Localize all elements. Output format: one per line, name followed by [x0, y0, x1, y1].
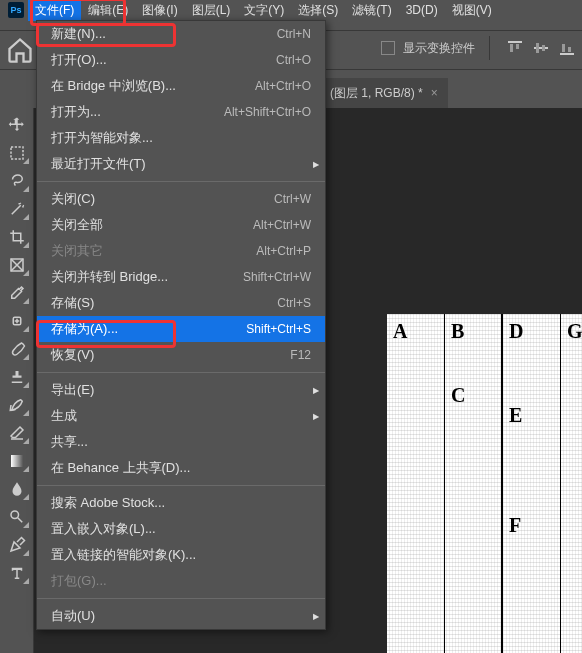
menu-item[interactable]: 导出(E): [37, 377, 325, 403]
menu-item-label: 存储为(A)...: [51, 320, 118, 338]
align-top-icon[interactable]: [504, 37, 526, 59]
canvas-column: [503, 314, 561, 653]
canvas-column: [445, 314, 503, 653]
menu-type[interactable]: 文字(Y): [237, 0, 291, 21]
menu-item[interactable]: 存储为(A)...Shift+Ctrl+S: [37, 316, 325, 342]
menu-item[interactable]: 生成: [37, 403, 325, 429]
menu-item-label: 生成: [51, 407, 77, 425]
tools-panel: [0, 108, 34, 653]
menu-item-label: 在 Bridge 中浏览(B)...: [51, 77, 176, 95]
frame-tool-icon[interactable]: [3, 252, 31, 278]
stamp-tool-icon[interactable]: [3, 364, 31, 390]
menu-item-shortcut: Alt+Shift+Ctrl+O: [224, 105, 311, 119]
menu-view[interactable]: 视图(V): [445, 0, 499, 21]
menu-item-label: 置入嵌入对象(L)...: [51, 520, 156, 538]
document-canvas[interactable]: A B C D E F G: [387, 314, 582, 653]
canvas-letter: B: [451, 320, 464, 343]
menu-item[interactable]: 打开为智能对象...: [37, 125, 325, 151]
menu-item-label: 最近打开文件(T): [51, 155, 146, 173]
menu-item-shortcut: Shift+Ctrl+W: [243, 270, 311, 284]
svg-rect-4: [536, 43, 539, 53]
healing-brush-tool-icon[interactable]: [3, 308, 31, 334]
menu-item-label: 在 Behance 上共享(D)...: [51, 459, 190, 477]
close-icon[interactable]: ×: [431, 86, 438, 100]
menu-separator: [37, 181, 325, 182]
menu-item-label: 存储(S): [51, 294, 94, 312]
dodge-tool-icon[interactable]: [3, 504, 31, 530]
menu-item-shortcut: Shift+Ctrl+S: [246, 322, 311, 336]
menu-image[interactable]: 图像(I): [135, 0, 184, 21]
menu-item[interactable]: 关闭(C)Ctrl+W: [37, 186, 325, 212]
eyedropper-tool-icon[interactable]: [3, 280, 31, 306]
menu-3d[interactable]: 3D(D): [399, 1, 445, 19]
history-brush-tool-icon[interactable]: [3, 392, 31, 418]
blur-tool-icon[interactable]: [3, 476, 31, 502]
menu-edit[interactable]: 编辑(E): [81, 0, 135, 21]
menu-item[interactable]: 在 Bridge 中浏览(B)...Alt+Ctrl+O: [37, 73, 325, 99]
svg-rect-0: [508, 41, 522, 43]
marquee-tool-icon[interactable]: [3, 140, 31, 166]
menu-item[interactable]: 关闭并转到 Bridge...Shift+Ctrl+W: [37, 264, 325, 290]
menu-separator: [37, 372, 325, 373]
align-bottom-icon[interactable]: [556, 37, 578, 59]
file-menu-dropdown: 新建(N)...Ctrl+N打开(O)...Ctrl+O在 Bridge 中浏览…: [36, 20, 326, 630]
menu-item-shortcut: Alt+Ctrl+O: [255, 79, 311, 93]
menu-item-label: 关闭并转到 Bridge...: [51, 268, 168, 286]
canvas-letter: F: [509, 514, 521, 537]
divider: [489, 36, 490, 60]
pen-tool-icon[interactable]: [3, 532, 31, 558]
canvas-column: [561, 314, 582, 653]
menu-select[interactable]: 选择(S): [291, 0, 345, 21]
menu-item[interactable]: 置入链接的智能对象(K)...: [37, 542, 325, 568]
menu-item: 关闭其它Alt+Ctrl+P: [37, 238, 325, 264]
menu-item[interactable]: 自动(U): [37, 603, 325, 629]
menu-item-shortcut: Ctrl+W: [274, 192, 311, 206]
svg-rect-1: [510, 44, 513, 52]
menu-item-label: 恢复(V): [51, 346, 94, 364]
move-tool-icon[interactable]: [3, 112, 31, 138]
menu-filter[interactable]: 滤镜(T): [345, 0, 398, 21]
menu-item: 打包(G)...: [37, 568, 325, 594]
options-right: 显示变换控件: [381, 36, 578, 60]
menu-item[interactable]: 打开为...Alt+Shift+Ctrl+O: [37, 99, 325, 125]
eraser-tool-icon[interactable]: [3, 420, 31, 446]
type-tool-icon[interactable]: [3, 560, 31, 586]
menu-item[interactable]: 最近打开文件(T): [37, 151, 325, 177]
menu-item-label: 自动(U): [51, 607, 95, 625]
menu-item[interactable]: 打开(O)...Ctrl+O: [37, 47, 325, 73]
menu-item-label: 打开(O)...: [51, 51, 107, 69]
align-vcenter-icon[interactable]: [530, 37, 552, 59]
menu-item[interactable]: 置入嵌入对象(L)...: [37, 516, 325, 542]
brush-tool-icon[interactable]: [3, 336, 31, 362]
document-tab-title: (图层 1, RGB/8) *: [330, 85, 423, 102]
menu-item[interactable]: 存储(S)Ctrl+S: [37, 290, 325, 316]
magic-wand-tool-icon[interactable]: [3, 196, 31, 222]
align-icons: [504, 37, 578, 59]
menu-item[interactable]: 共享...: [37, 429, 325, 455]
menu-layer[interactable]: 图层(L): [185, 0, 238, 21]
crop-tool-icon[interactable]: [3, 224, 31, 250]
show-transform-label: 显示变换控件: [403, 40, 475, 57]
menu-item-shortcut: Ctrl+O: [276, 53, 311, 67]
menu-separator: [37, 485, 325, 486]
home-icon[interactable]: [6, 36, 34, 64]
menu-item[interactable]: 恢复(V)F12: [37, 342, 325, 368]
svg-rect-2: [516, 44, 519, 49]
menu-item[interactable]: 搜索 Adobe Stock...: [37, 490, 325, 516]
menu-item[interactable]: 关闭全部Alt+Ctrl+W: [37, 212, 325, 238]
menu-item-label: 关闭其它: [51, 242, 103, 260]
menu-item-label: 打开为...: [51, 103, 101, 121]
menu-item-label: 关闭(C): [51, 190, 95, 208]
menu-item-label: 打包(G)...: [51, 572, 107, 590]
lasso-tool-icon[interactable]: [3, 168, 31, 194]
svg-rect-9: [11, 147, 23, 159]
menu-item-label: 打开为智能对象...: [51, 129, 153, 147]
document-tab[interactable]: (图层 1, RGB/8) * ×: [320, 78, 448, 108]
gradient-tool-icon[interactable]: [3, 448, 31, 474]
menu-file[interactable]: 文件(F): [28, 0, 81, 21]
show-transform-checkbox[interactable]: [381, 41, 395, 55]
menu-item[interactable]: 在 Behance 上共享(D)...: [37, 455, 325, 481]
canvas-letter: G: [567, 320, 582, 343]
menu-item-label: 关闭全部: [51, 216, 103, 234]
menu-item[interactable]: 新建(N)...Ctrl+N: [37, 21, 325, 47]
